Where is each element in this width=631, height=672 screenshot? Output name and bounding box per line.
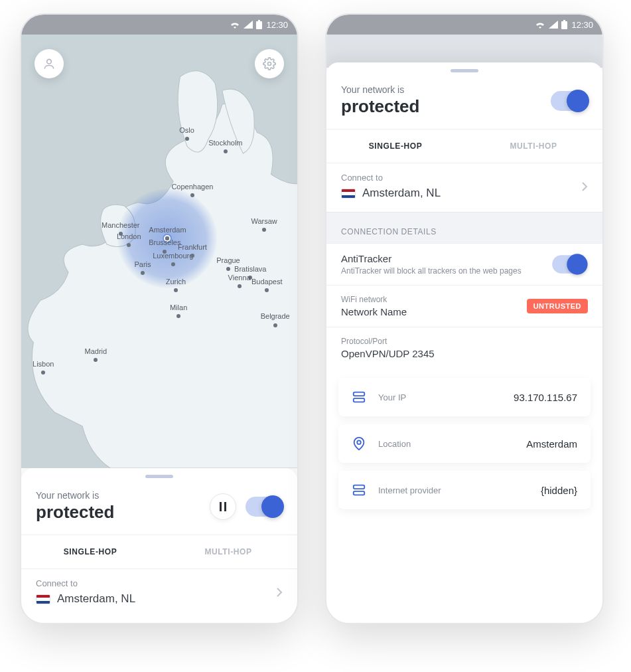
city-label: Stockholm — [208, 139, 242, 147]
city-label: Belgrade — [261, 312, 290, 320]
wifi-icon — [230, 21, 240, 29]
server-icon — [352, 483, 368, 497]
sheet-grabber[interactable] — [145, 475, 173, 478]
svg-point-11 — [357, 440, 361, 444]
profile-button[interactable] — [35, 49, 64, 78]
vpn-toggle[interactable] — [551, 91, 588, 111]
tab-multi-hop[interactable]: MULTI-HOP — [464, 129, 602, 163]
svg-rect-1 — [258, 20, 260, 21]
city-label: Vienna — [228, 274, 251, 282]
location-label: Location — [378, 439, 411, 449]
city-dot — [262, 228, 266, 232]
isp-value: {hidden} — [541, 485, 577, 496]
connect-label: Connect to — [36, 578, 283, 588]
card-ip: Your IP 93.170.115.67 — [338, 378, 591, 416]
battery-icon — [561, 20, 567, 29]
connect-to-row[interactable]: Connect to Amsterdam, NL — [326, 163, 602, 212]
city-label: Brusseles — [149, 238, 180, 246]
info-cards: Your IP 93.170.115.67 Location Amsterdam… — [326, 369, 602, 519]
city-dot — [190, 193, 194, 197]
city-dot — [176, 314, 180, 318]
svg-rect-5 — [220, 502, 222, 511]
phone-left-map-view: 12:30 OsloStockholmCopenhagenManchesterL… — [20, 13, 299, 624]
city-label: Copenhagen — [171, 183, 213, 191]
svg-rect-8 — [563, 20, 565, 21]
connect-city: Amsterdam, NL — [57, 592, 135, 606]
pause-button[interactable] — [210, 493, 236, 520]
wifi-row[interactable]: WiFi network Network Name UNTRUSTED — [326, 285, 602, 327]
antitracker-toggle[interactable] — [552, 255, 587, 274]
city-label: Zurich — [166, 278, 186, 286]
status-value: protected — [36, 502, 114, 523]
clock: 12:30 — [266, 20, 288, 30]
card-isp: Internet provider {hidden} — [338, 471, 591, 509]
location-value: Amsterdam — [526, 438, 577, 450]
status-value: protected — [341, 96, 419, 117]
city-label: Budapest — [251, 278, 282, 286]
hop-tabs: SINGLE-HOP MULTI-HOP — [326, 129, 602, 163]
connect-city: Amsterdam, NL — [362, 187, 441, 200]
tab-single-hop[interactable]: SINGLE-HOP — [326, 129, 464, 163]
expanded-sheet[interactable]: Your network is protected SINGLE-HOP MUL… — [326, 62, 602, 623]
svg-rect-6 — [224, 502, 226, 511]
user-icon — [42, 57, 56, 70]
map[interactable]: OsloStockholmCopenhagenManchesterLondonA… — [21, 35, 297, 468]
status-icons — [535, 20, 567, 29]
location-icon — [352, 436, 368, 451]
gear-icon — [263, 57, 276, 70]
svg-point-3 — [47, 59, 52, 64]
city-label: Oslo — [179, 126, 194, 134]
city-label: Paris — [135, 260, 151, 268]
city-dot — [226, 267, 230, 271]
signal-icon — [549, 21, 558, 29]
status-label: Your network is — [341, 84, 419, 95]
connect-to-row[interactable]: Connect to Amsterdam, NL — [21, 568, 297, 618]
card-location: Location Amsterdam — [338, 424, 591, 463]
bottom-sheet[interactable]: Your network is protected SINGLE-HOP MUL… — [21, 468, 297, 623]
city-dot — [171, 262, 175, 266]
city-dot — [94, 358, 98, 362]
city-dot — [127, 243, 131, 247]
city-label: Manchester — [102, 221, 139, 229]
phone-right-details-view: 12:30 Your network is protected SINGLE-H… — [325, 13, 604, 624]
untrusted-badge: UNTRUSTED — [527, 299, 588, 313]
connection-status-text: Your network is protected — [341, 84, 419, 117]
tab-single-hop[interactable]: SINGLE-HOP — [21, 535, 159, 568]
city-dot — [238, 284, 242, 288]
antitracker-row: AntiTracker AntiTracker will block all t… — [326, 243, 602, 285]
protocol-row[interactable]: Protocol/Port OpenVPN/UDP 2345 — [326, 327, 602, 369]
city-dot — [41, 371, 45, 375]
city-label: Prague — [216, 256, 240, 264]
settings-button[interactable] — [255, 49, 284, 78]
city-dot — [224, 149, 228, 153]
flag-nl-icon — [36, 594, 50, 604]
city-label: Lisbon — [33, 360, 54, 368]
sheet-grabber[interactable] — [451, 69, 478, 72]
wifi-icon — [535, 21, 545, 29]
clock: 12:30 — [571, 20, 593, 30]
svg-rect-12 — [354, 485, 365, 489]
svg-point-4 — [268, 62, 271, 66]
svg-rect-10 — [354, 398, 365, 402]
city-dot — [185, 137, 189, 141]
isp-label: Internet provider — [378, 485, 441, 495]
city-dot — [265, 288, 269, 292]
city-label: Warsaw — [251, 217, 277, 225]
status-bar: 12:30 — [21, 15, 297, 35]
connection-status-text: Your network is protected — [36, 490, 114, 523]
svg-rect-13 — [354, 491, 365, 495]
city-dot — [190, 254, 194, 258]
svg-rect-7 — [561, 21, 567, 29]
city-label: Madrid — [85, 347, 107, 355]
vpn-toggle[interactable] — [245, 497, 283, 517]
protocol-label: Protocol/Port — [341, 337, 435, 346]
wifi-value: Network Name — [341, 306, 407, 317]
flag-nl-icon — [341, 189, 356, 199]
city-dot — [141, 271, 145, 275]
svg-rect-0 — [256, 21, 262, 29]
status-icons — [230, 20, 262, 29]
svg-rect-9 — [354, 392, 365, 396]
tab-multi-hop[interactable]: MULTI-HOP — [159, 535, 297, 568]
chevron-right-icon — [276, 587, 283, 600]
city-label: Bratislava — [234, 265, 266, 273]
